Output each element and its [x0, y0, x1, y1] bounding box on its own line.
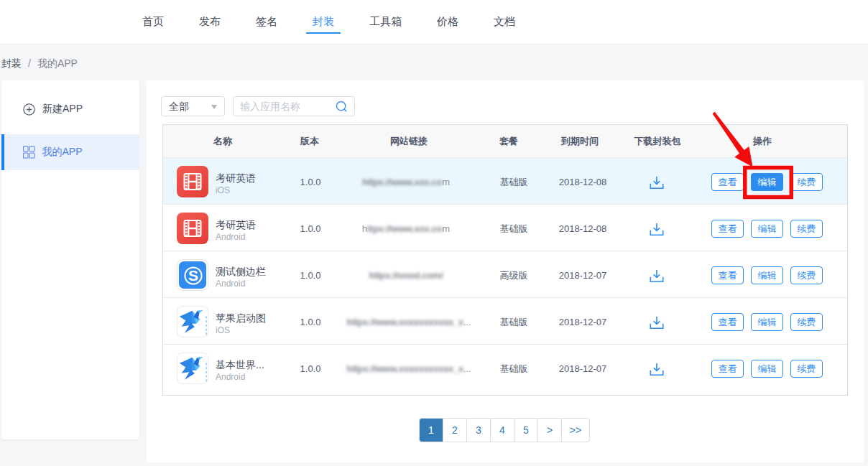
- svg-text:S: S: [188, 267, 198, 284]
